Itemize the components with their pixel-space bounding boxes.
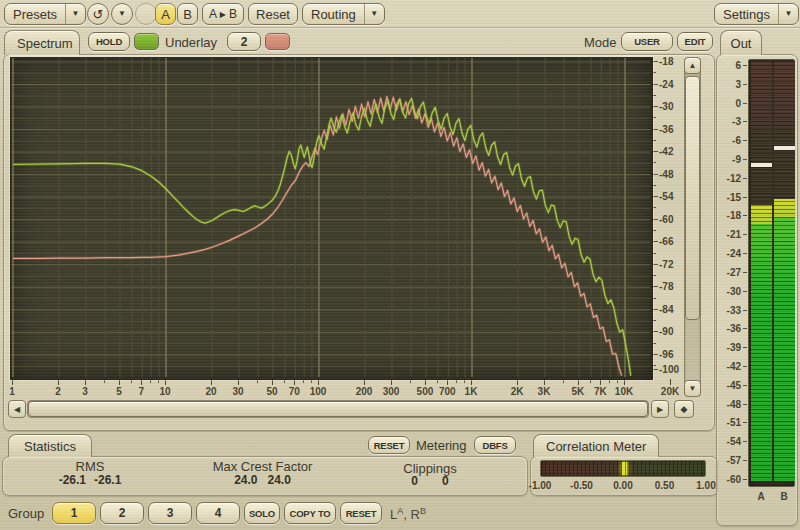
routing-dropdown-icon[interactable]: ▼ [364, 4, 384, 24]
underlay-count-button[interactable]: 2 [227, 32, 261, 51]
group-1-button[interactable]: 1 [52, 502, 96, 524]
toolbar-divider [0, 27, 800, 28]
tab-statistics[interactable]: Statistics [8, 434, 92, 457]
rms-values: -26.1-26.1 [40, 473, 140, 487]
reset-label: Reset [256, 7, 290, 22]
meter-scale-label: -57 [717, 455, 741, 466]
mode-edit-button[interactable]: EDIT [677, 32, 713, 51]
meter-scale-label: -51 [717, 417, 741, 428]
solo-button[interactable]: SOLO [244, 502, 280, 524]
db-axis-tick [653, 140, 656, 141]
statistics-reset-button[interactable]: RESET [368, 436, 410, 454]
spectrum-plot [11, 58, 650, 377]
statistics-tab-label: Statistics [24, 439, 76, 454]
db-axis-tick [653, 264, 658, 265]
meter-scale-tick [743, 159, 747, 160]
meter-scale-tick [743, 291, 747, 292]
freq-axis-label: 2K [511, 386, 524, 397]
group-2-button[interactable]: 2 [100, 502, 144, 524]
channel-assignment-label: LA, RB [390, 506, 426, 522]
preset-b-button[interactable]: B [177, 3, 198, 25]
undo-history-button[interactable]: ↺ [87, 3, 109, 25]
meter-channel-label-a: A [757, 491, 764, 502]
meter-scale-label: 0 [717, 98, 741, 109]
metering-dbfs-button[interactable]: DBFS [474, 436, 516, 454]
reset-button[interactable]: Reset [248, 3, 298, 25]
db-axis-tick [653, 253, 656, 254]
meter-scale-label: 6 [717, 60, 741, 71]
db-axis-label: -96 [659, 349, 685, 360]
mode-user-button[interactable]: USER [621, 32, 673, 51]
meter-scale-label: -3 [717, 116, 741, 127]
max-crest-factor-label: Max Crest Factor [190, 459, 335, 474]
db-axis-tick [653, 365, 656, 366]
meter-scale-tick [743, 422, 747, 423]
db-axis-label: -24 [659, 79, 685, 90]
meter-scale-tick [743, 253, 747, 254]
settings-dropdown-icon[interactable]: ▼ [778, 4, 798, 24]
meter-scale-label: -27 [717, 267, 741, 278]
routing-label: Routing [303, 7, 364, 22]
freq-axis-label: 1 [9, 386, 15, 397]
settings-button[interactable]: Settings ▼ [714, 3, 799, 25]
db-axis-tick [653, 129, 658, 130]
group-reset-button[interactable]: RESET [340, 502, 382, 524]
db-axis-label: -78 [659, 281, 685, 292]
db-axis-tick [653, 230, 656, 231]
vertical-scrollbar-thumb[interactable] [685, 76, 700, 320]
db-axis-tick [653, 185, 656, 186]
db-axis-tick [653, 117, 656, 118]
db-axis-tick [653, 369, 658, 370]
meter-scale-tick [743, 366, 747, 367]
group-1-label: 1 [71, 506, 78, 520]
scroll-down-button[interactable]: ▼ [684, 380, 701, 397]
copy-to-button[interactable]: COPY TO [284, 502, 336, 524]
scroll-up-button[interactable]: ▲ [684, 57, 701, 74]
hold-button[interactable]: HOLD [88, 32, 130, 51]
dbfs-label: DBFS [482, 440, 507, 451]
tab-spectrum[interactable]: Spectrum [4, 30, 80, 55]
meter-scale-tick [743, 328, 747, 329]
meter-scale-label: -36 [717, 323, 741, 334]
db-axis-label: -30 [659, 101, 685, 112]
correlation-tab-label: Correlation Meter [546, 439, 646, 454]
spectrum-color-swatch[interactable] [134, 33, 159, 50]
db-axis-label: -100 [659, 364, 685, 375]
copy-a-to-b-button[interactable]: A ▸ B [202, 3, 244, 25]
tab-correlation-meter[interactable]: Correlation Meter [533, 434, 659, 457]
tab-out[interactable]: Out [720, 30, 762, 55]
group-3-button[interactable]: 3 [148, 502, 192, 524]
meter-scale-label: -15 [717, 192, 741, 203]
meter-scale-label: -33 [717, 305, 741, 316]
freq-axis-label: 3K [538, 386, 551, 397]
group-2-label: 2 [119, 506, 126, 520]
db-axis-label: -60 [659, 214, 685, 225]
meter-scale-tick [743, 234, 747, 235]
horizontal-scrollbar-thumb[interactable] [28, 401, 648, 417]
mode-edit-label: EDIT [685, 36, 706, 47]
underlay-color-swatch[interactable] [265, 33, 290, 50]
db-axis-tick [653, 275, 656, 276]
db-axis-tick [653, 354, 658, 355]
preset-a-button[interactable]: A [155, 3, 176, 25]
mode-user-label: USER [634, 36, 660, 47]
routing-button[interactable]: Routing ▼ [302, 3, 385, 25]
db-axis-label: -48 [659, 169, 685, 180]
presets-button[interactable]: Presets ▼ [4, 3, 86, 25]
zoom-fit-button[interactable]: ◆ [674, 400, 694, 418]
chevron-down-icon: ▼ [118, 10, 126, 18]
mode-label: Mode [584, 35, 617, 50]
scroll-left-button[interactable]: ◀ [8, 400, 26, 418]
meter-scale-tick [743, 441, 747, 442]
meter-bar-a [751, 61, 772, 479]
correlation-scale-label: 1.00 [696, 480, 715, 491]
meter-scale-tick [743, 65, 747, 66]
db-axis: -18-24-30-36-42-48-54-60-66-72-78-84-90-… [652, 57, 684, 381]
group-4-button[interactable]: 4 [196, 502, 240, 524]
out-tab-label: Out [731, 36, 752, 51]
history-dropdown-button[interactable]: ▼ [111, 3, 133, 25]
presets-dropdown-icon[interactable]: ▼ [65, 4, 85, 24]
spectrum-graph[interactable] [10, 57, 653, 380]
up-arrow-icon: ▲ [689, 61, 697, 70]
scroll-right-button[interactable]: ▶ [651, 400, 669, 418]
